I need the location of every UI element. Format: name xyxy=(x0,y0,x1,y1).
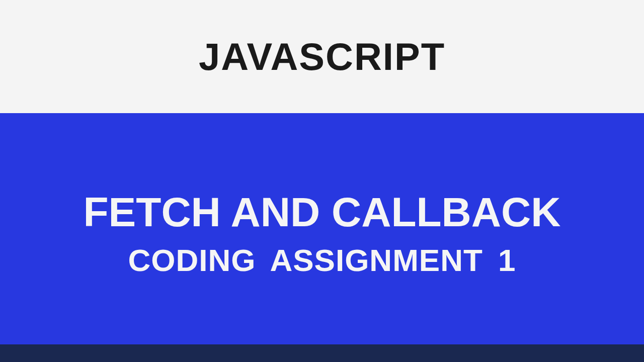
header-title: JAVASCRIPT xyxy=(199,35,445,78)
bottom-bar xyxy=(0,344,644,362)
subtitle: CODING ASSIGNMENT 1 xyxy=(128,242,516,278)
main-section: FETCH AND CALLBACK CODING ASSIGNMENT 1 xyxy=(0,113,644,344)
main-title: FETCH AND CALLBACK xyxy=(84,190,561,235)
header-section: JAVASCRIPT xyxy=(0,0,644,113)
